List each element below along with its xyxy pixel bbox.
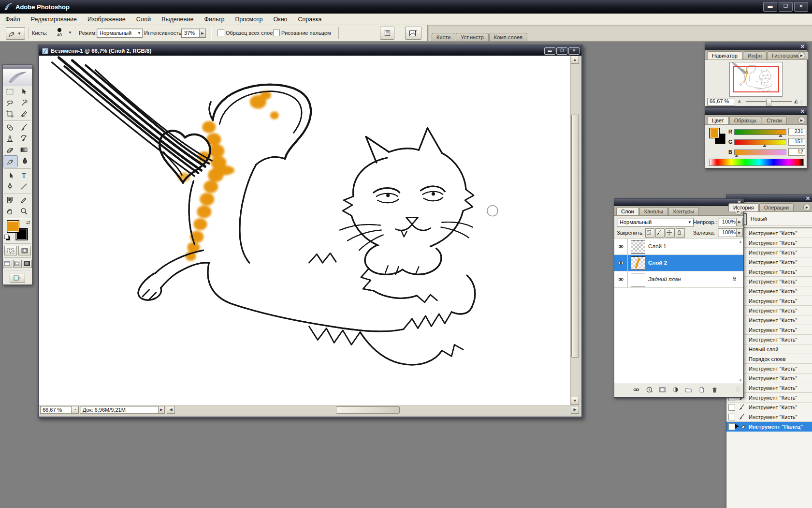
layer-visibility-toggle[interactable] xyxy=(614,255,628,271)
fill-spinner[interactable]: ▶ xyxy=(736,228,743,237)
color-spectrum-ramp[interactable] xyxy=(709,159,804,166)
horizontal-scrollbar[interactable]: ◀ ▶ xyxy=(167,406,579,414)
well-tab-2[interactable]: Уст.инстр xyxy=(456,33,489,41)
strength-spinner[interactable]: ▶ xyxy=(199,29,206,38)
color-tab-1[interactable]: Цвет xyxy=(707,116,729,124)
history-brush-tool[interactable] xyxy=(17,133,31,144)
history-source-well[interactable] xyxy=(728,414,735,420)
fullscreen-mode-button[interactable] xyxy=(23,260,32,268)
finger-painting-checkbox[interactable] xyxy=(273,30,280,36)
history-source-well[interactable] xyxy=(728,404,735,411)
chevron-down-icon[interactable]: ▼ xyxy=(68,30,72,35)
menu-4[interactable]: Слой xyxy=(131,14,156,25)
channel-R-input[interactable]: 231 xyxy=(788,128,805,135)
brush-preview-button[interactable]: 40 xyxy=(52,27,67,40)
color-tab-3[interactable]: Стили xyxy=(762,116,787,124)
lock-lock-move-button[interactable] xyxy=(666,228,675,238)
history-state-20[interactable]: Инструмент "Кисть" xyxy=(726,412,812,422)
menu-3[interactable]: Изображение xyxy=(82,14,131,25)
layer-row-2[interactable]: Слой 2 xyxy=(614,255,743,271)
file-browser-button[interactable] xyxy=(405,27,421,40)
history-state-19[interactable]: Инструмент "Кисть" xyxy=(726,403,812,412)
layer-style-button[interactable]: f xyxy=(646,386,653,393)
type-tool[interactable]: T xyxy=(17,170,31,181)
canvas[interactable] xyxy=(39,56,570,405)
layer-blend-mode-select[interactable]: Нормальный ▼ xyxy=(617,218,694,227)
zoom-tool[interactable] xyxy=(17,206,31,217)
layer-visibility-toggle[interactable] xyxy=(614,239,628,254)
menu-2[interactable]: Редактирование xyxy=(26,14,82,25)
layer-row-3[interactable]: Задний план xyxy=(614,271,743,288)
blur-tool[interactable] xyxy=(18,155,32,166)
standard-screen-mode-button[interactable] xyxy=(3,260,12,268)
jump-to-imageready-button[interactable] xyxy=(10,273,25,283)
toolbox-drag-strip[interactable] xyxy=(3,65,32,69)
link-layers-button[interactable] xyxy=(633,386,640,393)
zoom-in-icon[interactable]: ◭ xyxy=(794,98,798,104)
rectangular-marquee-tool[interactable] xyxy=(3,86,17,97)
history-state-21[interactable]: Инструмент "Палец" xyxy=(726,422,812,432)
horizontal-scroll-thumb[interactable] xyxy=(336,406,400,414)
tool-preset-button[interactable]: ▼ xyxy=(6,27,25,40)
doc-maximize-button[interactable]: ❐ xyxy=(556,47,567,55)
canvas-artwork[interactable] xyxy=(39,56,570,405)
color-tab-2[interactable]: Образцы xyxy=(729,116,761,124)
channel-R-slider-thumb[interactable] xyxy=(779,134,783,137)
new-layer-button[interactable] xyxy=(698,386,705,393)
hand-tool[interactable] xyxy=(3,206,17,217)
history-tab-1[interactable]: История xyxy=(728,203,759,211)
clone-stamp-tool[interactable] xyxy=(3,133,17,144)
resize-grip-icon[interactable]: ░ xyxy=(736,387,742,393)
navigator-zoom-input[interactable]: 66,67 % xyxy=(707,98,735,105)
doc-minimize-button[interactable]: ▬ xyxy=(544,47,555,55)
menu-6[interactable]: Фильтр xyxy=(199,14,230,25)
palette-toggle-button[interactable] xyxy=(380,27,394,40)
eraser-tool[interactable] xyxy=(3,144,17,155)
new-group-button[interactable] xyxy=(685,386,692,393)
foreground-color-swatch[interactable] xyxy=(7,220,19,233)
channel-B-input[interactable]: 12 xyxy=(788,148,805,156)
menu-1[interactable]: Файл xyxy=(0,14,26,25)
well-tab-1[interactable]: Кисти xyxy=(432,33,455,41)
color-menu-icon[interactable]: ▶ xyxy=(798,117,805,124)
layers-scroll-down-icon[interactable]: ▼ xyxy=(739,378,742,383)
doc-close-button[interactable]: ✕ xyxy=(568,47,580,55)
channel-G-slider[interactable] xyxy=(734,139,786,145)
move-tool[interactable] xyxy=(17,86,31,97)
standard-mode-button[interactable] xyxy=(4,246,17,255)
add-mask-button[interactable] xyxy=(659,386,666,393)
layer-row-1[interactable]: Слой 1 xyxy=(614,239,743,255)
status-menu-arrow[interactable]: ▶ xyxy=(158,406,165,414)
crop-tool[interactable] xyxy=(3,108,17,120)
sample-all-layers-checkbox[interactable] xyxy=(218,30,224,36)
well-tab-3[interactable]: Комп.слоев xyxy=(489,33,527,41)
zoom-percent-input[interactable]: 66,67 % xyxy=(40,406,72,414)
channel-G-slider-thumb[interactable] xyxy=(763,144,767,147)
notes-tool[interactable] xyxy=(3,194,17,206)
menu-9[interactable]: Справка xyxy=(293,14,327,25)
fullscreen-menubar-mode-button[interactable] xyxy=(13,260,22,268)
close-icon[interactable]: ✕ xyxy=(806,196,810,201)
lasso-tool[interactable] xyxy=(3,97,17,108)
scroll-left-icon[interactable]: ◀ xyxy=(167,406,175,414)
slice-tool[interactable] xyxy=(17,108,31,120)
navigator-menu-icon[interactable]: ▶ xyxy=(798,52,805,59)
navigator-tab-1[interactable]: Навигатор xyxy=(707,51,742,60)
zoom-out-icon[interactable]: ◭ xyxy=(738,99,741,103)
healing-brush-tool[interactable] xyxy=(3,122,17,133)
layers-scroll-up-icon[interactable]: ▲ xyxy=(739,239,742,244)
layers-tab-3[interactable]: Контуры xyxy=(668,207,699,215)
line-tool[interactable] xyxy=(17,181,31,192)
close-icon[interactable]: ✕ xyxy=(800,109,805,114)
resize-grip-icon[interactable]: ░ xyxy=(800,100,806,105)
app-minimize-button[interactable]: ▬ xyxy=(763,2,777,12)
layer-thumbnail[interactable] xyxy=(631,273,645,286)
toolbox-logo[interactable] xyxy=(3,69,32,86)
eyedropper-tool[interactable] xyxy=(17,194,31,206)
quick-mask-mode-button[interactable] xyxy=(18,246,31,255)
layers-tab-2[interactable]: Каналы xyxy=(639,207,668,215)
scroll-up-icon[interactable]: ▲ xyxy=(571,56,579,64)
brush-tool[interactable] xyxy=(17,122,31,133)
scroll-down-icon[interactable]: ▼ xyxy=(571,397,579,405)
gradient-tool[interactable] xyxy=(17,144,31,155)
